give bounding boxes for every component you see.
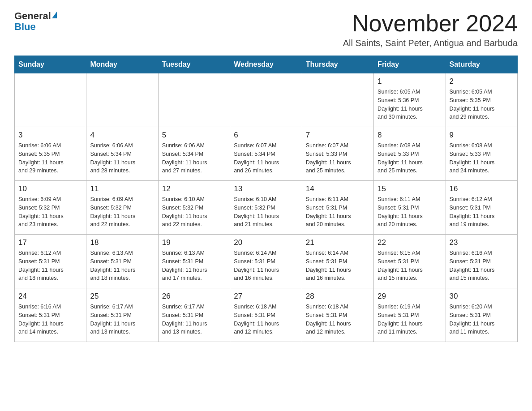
day-number: 28 [306,292,370,301]
calendar-cell: 6Sunrise: 6:07 AM Sunset: 5:34 PM Daylig… [230,127,302,181]
day-number: 23 [450,238,514,247]
calendar-cell [230,73,302,127]
logo: General Blue [14,11,57,32]
day-number: 7 [306,131,370,140]
day-number: 29 [378,292,442,301]
calendar-cell: 21Sunrise: 6:14 AM Sunset: 5:31 PM Dayli… [302,235,373,288]
day-info: Sunrise: 6:17 AM Sunset: 5:31 PM Dayligh… [90,303,154,336]
day-info: Sunrise: 6:16 AM Sunset: 5:31 PM Dayligh… [450,249,514,283]
day-number: 14 [306,184,370,193]
calendar-cell: 17Sunrise: 6:12 AM Sunset: 5:31 PM Dayli… [15,235,86,288]
calendar-cell: 25Sunrise: 6:17 AM Sunset: 5:31 PM Dayli… [86,288,158,342]
day-number: 9 [450,131,514,140]
calendar-table: SundayMondayTuesdayWednesdayThursdayFrid… [14,56,518,342]
day-info: Sunrise: 6:14 AM Sunset: 5:31 PM Dayligh… [306,249,370,283]
logo-triangle-icon [52,12,57,18]
calendar-cell: 20Sunrise: 6:14 AM Sunset: 5:31 PM Dayli… [230,235,302,288]
day-info: Sunrise: 6:17 AM Sunset: 5:31 PM Dayligh… [162,303,226,336]
day-info: Sunrise: 6:13 AM Sunset: 5:31 PM Dayligh… [90,249,154,283]
day-of-week-header: Friday [374,56,446,73]
day-info: Sunrise: 6:10 AM Sunset: 5:32 PM Dayligh… [234,195,298,229]
logo-blue-text: Blue [14,21,36,32]
day-of-week-header: Tuesday [158,56,230,73]
calendar-body: 1Sunrise: 6:05 AM Sunset: 5:36 PM Daylig… [15,73,518,342]
calendar-cell: 18Sunrise: 6:13 AM Sunset: 5:31 PM Dayli… [86,235,158,288]
day-info: Sunrise: 6:05 AM Sunset: 5:36 PM Dayligh… [378,88,442,121]
day-number: 6 [234,131,298,140]
calendar-week-row: 10Sunrise: 6:09 AM Sunset: 5:32 PM Dayli… [15,181,518,235]
day-info: Sunrise: 6:07 AM Sunset: 5:33 PM Dayligh… [306,141,370,175]
day-number: 21 [306,238,370,247]
calendar-header: SundayMondayTuesdayWednesdayThursdayFrid… [15,56,518,73]
day-of-week-header: Monday [86,56,158,73]
calendar-cell: 10Sunrise: 6:09 AM Sunset: 5:32 PM Dayli… [15,181,86,235]
calendar-cell: 30Sunrise: 6:20 AM Sunset: 5:31 PM Dayli… [446,288,517,342]
calendar-cell: 15Sunrise: 6:11 AM Sunset: 5:31 PM Dayli… [374,181,446,235]
header-row: SundayMondayTuesdayWednesdayThursdayFrid… [15,56,518,73]
day-info: Sunrise: 6:09 AM Sunset: 5:32 PM Dayligh… [18,195,82,229]
calendar-cell: 28Sunrise: 6:18 AM Sunset: 5:31 PM Dayli… [302,288,373,342]
month-title: November 2024 [343,11,518,36]
calendar-cell [158,73,230,127]
calendar-week-row: 24Sunrise: 6:16 AM Sunset: 5:31 PM Dayli… [15,288,518,342]
calendar-cell: 26Sunrise: 6:17 AM Sunset: 5:31 PM Dayli… [158,288,230,342]
calendar-week-row: 3Sunrise: 6:06 AM Sunset: 5:35 PM Daylig… [15,127,518,181]
day-info: Sunrise: 6:05 AM Sunset: 5:35 PM Dayligh… [450,88,514,121]
calendar-cell: 3Sunrise: 6:06 AM Sunset: 5:35 PM Daylig… [15,127,86,181]
day-number: 11 [90,184,154,193]
day-info: Sunrise: 6:18 AM Sunset: 5:31 PM Dayligh… [306,303,370,336]
day-number: 12 [162,184,226,193]
calendar-cell: 16Sunrise: 6:12 AM Sunset: 5:31 PM Dayli… [446,181,517,235]
day-number: 15 [378,184,442,193]
day-number: 8 [378,131,442,140]
day-number: 20 [234,238,298,247]
day-number: 25 [90,292,154,301]
calendar-cell: 9Sunrise: 6:08 AM Sunset: 5:33 PM Daylig… [446,127,517,181]
day-number: 17 [18,238,82,247]
day-number: 18 [90,238,154,247]
day-number: 27 [234,292,298,301]
calendar-week-row: 17Sunrise: 6:12 AM Sunset: 5:31 PM Dayli… [15,235,518,288]
day-of-week-header: Sunday [15,56,86,73]
day-info: Sunrise: 6:16 AM Sunset: 5:31 PM Dayligh… [18,303,82,336]
calendar-cell [15,73,86,127]
day-info: Sunrise: 6:09 AM Sunset: 5:32 PM Dayligh… [90,195,154,229]
day-info: Sunrise: 6:08 AM Sunset: 5:33 PM Dayligh… [378,141,442,175]
calendar-week-row: 1Sunrise: 6:05 AM Sunset: 5:36 PM Daylig… [15,73,518,127]
calendar-cell: 24Sunrise: 6:16 AM Sunset: 5:31 PM Dayli… [15,288,86,342]
day-number: 4 [90,131,154,140]
day-of-week-header: Thursday [302,56,373,73]
logo-general-text: General [14,11,51,21]
day-number: 13 [234,184,298,193]
calendar-cell: 19Sunrise: 6:13 AM Sunset: 5:31 PM Dayli… [158,235,230,288]
calendar-cell [86,73,158,127]
calendar-cell: 13Sunrise: 6:10 AM Sunset: 5:32 PM Dayli… [230,181,302,235]
day-number: 5 [162,131,226,140]
day-number: 3 [18,131,82,140]
calendar-cell: 14Sunrise: 6:11 AM Sunset: 5:31 PM Dayli… [302,181,373,235]
day-number: 30 [450,292,514,301]
day-number: 2 [450,77,514,86]
day-number: 19 [162,238,226,247]
title-area: November 2024 All Saints, Saint Peter, A… [343,11,518,48]
day-of-week-header: Wednesday [230,56,302,73]
day-info: Sunrise: 6:06 AM Sunset: 5:34 PM Dayligh… [90,141,154,175]
day-info: Sunrise: 6:12 AM Sunset: 5:31 PM Dayligh… [18,249,82,283]
calendar-cell: 2Sunrise: 6:05 AM Sunset: 5:35 PM Daylig… [446,73,517,127]
day-info: Sunrise: 6:15 AM Sunset: 5:31 PM Dayligh… [378,249,442,283]
day-info: Sunrise: 6:11 AM Sunset: 5:31 PM Dayligh… [378,195,442,229]
day-number: 26 [162,292,226,301]
calendar-cell: 5Sunrise: 6:06 AM Sunset: 5:34 PM Daylig… [158,127,230,181]
calendar-cell: 7Sunrise: 6:07 AM Sunset: 5:33 PM Daylig… [302,127,373,181]
day-info: Sunrise: 6:10 AM Sunset: 5:32 PM Dayligh… [162,195,226,229]
calendar-cell: 23Sunrise: 6:16 AM Sunset: 5:31 PM Dayli… [446,235,517,288]
day-number: 16 [450,184,514,193]
day-info: Sunrise: 6:19 AM Sunset: 5:31 PM Dayligh… [378,303,442,336]
header: General Blue November 2024 All Saints, S… [14,11,518,48]
calendar-cell: 4Sunrise: 6:06 AM Sunset: 5:34 PM Daylig… [86,127,158,181]
location-subtitle: All Saints, Saint Peter, Antigua and Bar… [343,38,518,48]
calendar-cell: 22Sunrise: 6:15 AM Sunset: 5:31 PM Dayli… [374,235,446,288]
calendar-cell [302,73,373,127]
day-info: Sunrise: 6:06 AM Sunset: 5:34 PM Dayligh… [162,141,226,175]
calendar-cell: 8Sunrise: 6:08 AM Sunset: 5:33 PM Daylig… [374,127,446,181]
